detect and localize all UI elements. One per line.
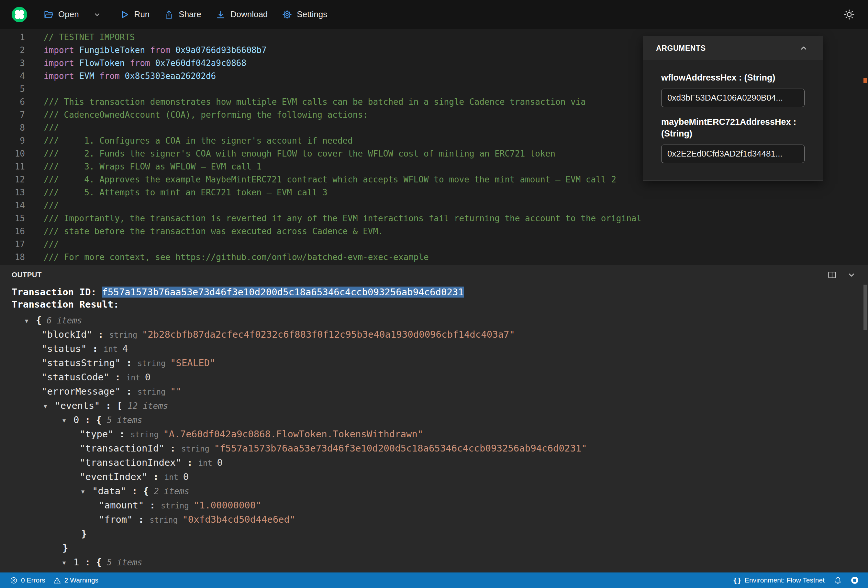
split-panel-icon[interactable] bbox=[827, 270, 837, 280]
token-key: "status" bbox=[41, 343, 87, 354]
token-c: /// For more context, see bbox=[44, 252, 176, 262]
code-editor[interactable]: 1// TESTNET IMPORTS2import FungibleToken… bbox=[0, 29, 868, 265]
transaction-id-value[interactable]: f557a1573b76aa53e73d46f3e10d200d5c18a653… bbox=[102, 287, 464, 298]
open-dropdown-button[interactable] bbox=[88, 4, 106, 25]
settings-button[interactable]: Settings bbox=[275, 4, 334, 25]
token-c: /// This transaction demonstrates how mu… bbox=[44, 97, 586, 107]
line-number: 17 bbox=[0, 238, 25, 251]
collapse-arrow-icon[interactable]: ▼ bbox=[25, 314, 36, 328]
code-line: 16/// state before the transaction was e… bbox=[0, 225, 868, 238]
flow-network-icon bbox=[850, 576, 859, 584]
token-pun: : bbox=[114, 429, 130, 439]
code-text: import FlowToken from 0x7e60df042a9c0868 bbox=[25, 57, 246, 69]
warnings-count-label: 2 Warnings bbox=[64, 576, 98, 584]
share-button[interactable]: Share bbox=[156, 4, 208, 25]
flow-logo-icon bbox=[11, 6, 28, 23]
json-tree-row: ▼"events" : [ 12 items bbox=[12, 398, 868, 413]
line-number: 13 bbox=[0, 186, 25, 199]
braces-icon: {} bbox=[733, 576, 741, 584]
scrollbar-warning-marker bbox=[864, 78, 867, 83]
settings-label: Settings bbox=[297, 9, 327, 19]
token-k: from bbox=[130, 58, 155, 68]
code-text: /// bbox=[25, 121, 59, 134]
argument-input[interactable] bbox=[661, 88, 805, 107]
token-key: "amount" bbox=[99, 500, 144, 511]
token-k: from bbox=[150, 45, 176, 55]
token-pun: : { bbox=[79, 557, 102, 567]
collapse-output-icon[interactable] bbox=[847, 270, 856, 280]
token-pun: : bbox=[109, 371, 126, 383]
collapse-arrow-icon[interactable]: ▼ bbox=[62, 556, 74, 570]
token-pun: : bbox=[148, 471, 164, 482]
token-pun: : bbox=[92, 329, 109, 340]
environment-status[interactable]: {} Environment: Flow Testnet bbox=[729, 576, 828, 584]
theme-toggle-button[interactable] bbox=[839, 4, 859, 25]
token-c: // TESTNET IMPORTS bbox=[44, 32, 135, 42]
gear-icon bbox=[282, 9, 292, 20]
chevron-up-icon[interactable] bbox=[799, 43, 809, 53]
collapse-arrow-icon[interactable]: ▼ bbox=[44, 399, 55, 413]
token-pun: : bbox=[144, 500, 161, 511]
arguments-panel-header[interactable]: ARGUMENTS bbox=[643, 36, 823, 60]
token-itm: 2 items bbox=[149, 486, 189, 496]
open-button[interactable]: Open bbox=[36, 4, 86, 25]
token-c: /// 2. Funds the signer's COA with enoug… bbox=[44, 149, 555, 159]
code-text: /// Importantly, the transaction is reve… bbox=[25, 212, 641, 225]
json-tree-row: ▼"data" : { 2 items bbox=[12, 484, 868, 498]
line-number: 6 bbox=[0, 96, 25, 108]
json-tree-row: "errorMessage" : string "" bbox=[12, 384, 868, 398]
token-pun: : bbox=[133, 514, 149, 525]
token-pun: : [ bbox=[100, 400, 123, 411]
token-c: /// 1. Configures a COA in the signer's … bbox=[44, 136, 353, 146]
code-text: /// 2. Funds the signer's COA with enoug… bbox=[25, 147, 555, 160]
transaction-id-line: Transaction ID: f557a1573b76aa53e73d46f3… bbox=[12, 286, 868, 298]
json-tree-row: "statusString" : string "SEALED" bbox=[12, 356, 868, 370]
output-content[interactable]: Transaction ID: f557a1573b76aa53e73d46f3… bbox=[0, 284, 868, 569]
token-c: /// bbox=[44, 239, 59, 249]
token-key: "statusString" bbox=[41, 357, 120, 368]
token-k: import bbox=[44, 71, 79, 81]
token-str: "SEALED" bbox=[170, 357, 216, 368]
collapse-arrow-icon[interactable]: ▼ bbox=[62, 413, 74, 427]
argument-input[interactable] bbox=[661, 144, 805, 163]
code-text: /// bbox=[25, 238, 59, 251]
token-typ: string bbox=[109, 330, 142, 340]
output-scrollbar-thumb[interactable] bbox=[864, 284, 867, 330]
download-button[interactable]: Download bbox=[208, 4, 275, 25]
line-number: 12 bbox=[0, 173, 25, 186]
output-panel: OUTPUT Transaction ID: f557a1573b76aa53e… bbox=[0, 265, 868, 572]
flow-network-button[interactable] bbox=[847, 576, 862, 584]
flow-logo[interactable] bbox=[11, 6, 28, 23]
run-button[interactable]: Run bbox=[112, 4, 157, 25]
token-l: https://github.com/onflow/batched-evm-ex… bbox=[176, 252, 429, 262]
token-pun: : bbox=[120, 386, 137, 397]
arguments-panel: ARGUMENTS wflowAddressHex : (String)mayb… bbox=[643, 36, 823, 181]
notifications-button[interactable] bbox=[830, 576, 845, 584]
code-line: 13/// 5. Attempts to mint an ERC721 toke… bbox=[0, 186, 868, 199]
token-k: from bbox=[99, 71, 125, 81]
arguments-title: ARGUMENTS bbox=[656, 44, 706, 53]
token-c: /// CadenceOwnedAccount (COA), performin… bbox=[44, 110, 368, 120]
json-tree-row: "transactionId" : string "f557a1573b76aa… bbox=[12, 441, 868, 455]
token-key: "data" bbox=[92, 485, 126, 497]
token-int: 0 bbox=[217, 457, 222, 468]
token-typ: string bbox=[130, 430, 163, 439]
token-typ: string bbox=[137, 359, 170, 368]
errors-status[interactable]: 0 Errors bbox=[6, 572, 49, 588]
json-tree-row: } bbox=[12, 526, 868, 541]
json-tree-row: "eventIndex" : int 0 bbox=[12, 470, 868, 484]
token-typ: int bbox=[164, 473, 183, 482]
warnings-status[interactable]: 2 Warnings bbox=[49, 572, 102, 588]
line-number: 15 bbox=[0, 212, 25, 225]
line-number: 5 bbox=[0, 83, 25, 96]
token-itm: 6 items bbox=[41, 316, 82, 326]
token-itm: 12 items bbox=[123, 401, 168, 411]
token-int: 0 bbox=[145, 371, 151, 383]
json-tree-row: ▼0 : { 5 items bbox=[12, 413, 868, 427]
code-text: // TESTNET IMPORTS bbox=[25, 31, 135, 44]
token-idx: 1 bbox=[74, 557, 79, 567]
output-header: OUTPUT bbox=[0, 266, 868, 284]
code-text: /// state before the transaction was exe… bbox=[25, 225, 383, 238]
collapse-arrow-icon[interactable]: ▼ bbox=[81, 485, 92, 499]
code-line: 15/// Importantly, the transaction is re… bbox=[0, 212, 868, 225]
